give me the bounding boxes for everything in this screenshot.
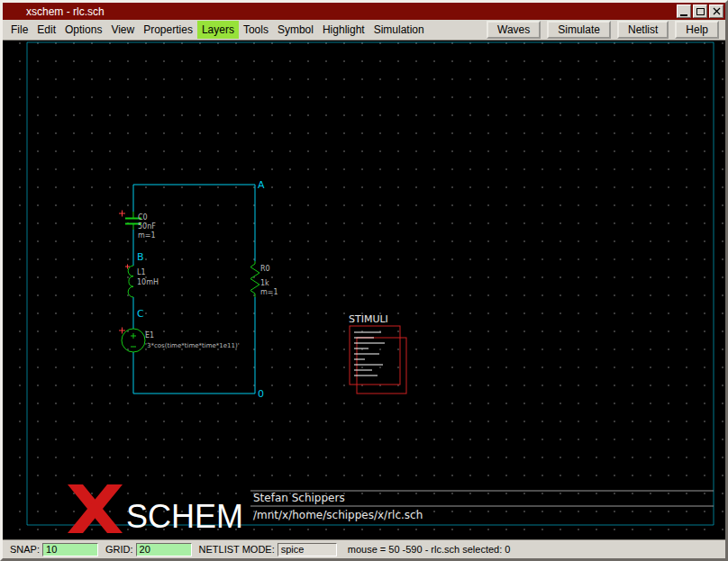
window-title: xschem - rlc.sch: [26, 5, 105, 18]
mouse-status-text: mouse = 50 -590 - rlc.sch selected: 0: [348, 544, 511, 555]
menu-options[interactable]: Options: [60, 21, 106, 39]
source-value[interactable]: '3*cos(time*time*time*1e11)': [145, 342, 240, 349]
menu-bar: File Edit Options View Properties Layers…: [3, 20, 725, 41]
inductor-value[interactable]: 10mH: [137, 278, 159, 286]
status-bar: SNAP: GRID: NETLIST MODE: mouse = 50 -59…: [3, 539, 725, 558]
net-label-c[interactable]: C: [137, 308, 144, 320]
grid-input[interactable]: [136, 543, 192, 556]
xschem-logo: SCHEM: [68, 484, 243, 535]
close-icon: [713, 7, 721, 15]
component-stimuli[interactable]: STIMULI: [349, 313, 406, 394]
title-bar[interactable]: xschem - rlc.sch: [3, 3, 725, 20]
schematic-drawing: A B C 0 C0 50nF m=1 L1 10mH: [3, 41, 725, 539]
menu-properties[interactable]: Properties: [139, 21, 197, 39]
maximize-icon: [696, 8, 705, 15]
source-polarity-marks: [131, 333, 136, 347]
menu-tools[interactable]: Tools: [239, 21, 273, 39]
stimuli-box-shadow: [357, 338, 406, 394]
netlist-mode-label: NETLIST MODE:: [199, 544, 275, 555]
menu-symbol[interactable]: Symbol: [273, 21, 318, 39]
menu-edit[interactable]: Edit: [32, 21, 60, 39]
snap-label: SNAP:: [10, 544, 40, 555]
window-controls: [677, 5, 723, 18]
snap-input[interactable]: [42, 543, 98, 556]
inductor-coil: [128, 266, 133, 297]
titleblock-author[interactable]: Stefan Schippers: [253, 492, 345, 504]
component-capacitor[interactable]: C0 50nF m=1: [119, 211, 156, 240]
menu-file[interactable]: File: [6, 21, 32, 39]
menu-simulation[interactable]: Simulation: [369, 21, 429, 39]
resistor-zigzag: [250, 261, 259, 297]
menu-layers[interactable]: Layers: [197, 21, 239, 39]
waves-button[interactable]: Waves: [487, 21, 541, 39]
close-button[interactable]: [709, 5, 723, 18]
sheet-frame: [27, 42, 714, 525]
capacitor-mult[interactable]: m=1: [138, 231, 156, 240]
netlist-mode-input[interactable]: [278, 543, 337, 556]
xschem-window: xschem - rlc.sch File Edit Options View …: [0, 0, 728, 561]
titleblock-path[interactable]: /mnt/x/home/schippes/x/rlc.sch: [253, 509, 423, 521]
stimuli-text-lines: [354, 332, 385, 376]
minimize-button[interactable]: [677, 5, 691, 18]
schematic-canvas[interactable]: A B C 0 C0 50nF m=1 L1 10mH: [3, 41, 725, 539]
circuit-wires[interactable]: [133, 185, 255, 394]
resistor-name[interactable]: R0: [260, 265, 270, 273]
capacitor-plus-pin: [119, 211, 125, 217]
inductor-name[interactable]: L1: [137, 268, 146, 276]
help-button[interactable]: Help: [675, 21, 719, 39]
menu-view[interactable]: View: [106, 21, 139, 39]
stimuli-label: STIMULI: [349, 313, 388, 325]
logo-text: SCHEM: [126, 498, 243, 535]
component-source[interactable]: E1 '3*cos(time*time*time*1e11)': [119, 328, 240, 353]
simulate-button[interactable]: Simulate: [547, 21, 611, 39]
component-inductor[interactable]: L1 10mH: [125, 265, 159, 298]
resistor-value[interactable]: 1k: [260, 279, 269, 287]
net-labels: A B C 0: [137, 179, 265, 400]
resistor-mult[interactable]: m=1: [260, 288, 278, 296]
menu-highlight[interactable]: Highlight: [318, 21, 369, 39]
capacitor-value[interactable]: 50nF: [138, 222, 156, 231]
net-label-b[interactable]: B: [137, 251, 144, 263]
source-circle: [122, 329, 145, 352]
netlist-button[interactable]: Netlist: [617, 21, 669, 39]
net-label-a[interactable]: A: [258, 179, 265, 191]
toolbar-buttons: Waves Simulate Netlist Help: [487, 21, 722, 39]
net-label-gnd[interactable]: 0: [258, 388, 264, 400]
capacitor-name[interactable]: C0: [138, 213, 148, 222]
maximize-button[interactable]: [693, 5, 707, 18]
source-name[interactable]: E1: [145, 331, 154, 339]
component-resistor[interactable]: R0 1k m=1: [250, 261, 278, 297]
grid-label: GRID:: [105, 544, 133, 555]
minimize-icon: [680, 14, 687, 16]
